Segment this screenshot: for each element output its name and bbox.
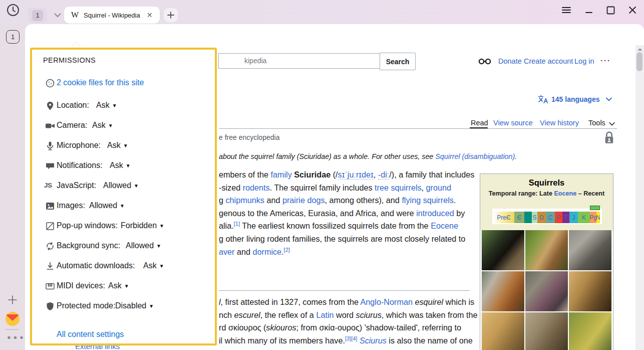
tab-group-chevron-icon[interactable] bbox=[49, 8, 66, 23]
wiki-link[interactable]: Latin bbox=[316, 310, 334, 319]
wiki-link[interactable]: chipmunks bbox=[226, 196, 264, 205]
wiki-link[interactable]: [2] bbox=[284, 246, 290, 252]
scrollbar-up-arrow[interactable] bbox=[637, 48, 642, 51]
browser-tab[interactable]: W Squirrel - Wikipedia ✕ bbox=[64, 7, 160, 24]
wiki-link[interactable]: Anglo-Norman bbox=[361, 297, 413, 306]
new-tab-button[interactable] bbox=[164, 8, 178, 22]
permission-dropdown[interactable]: Allowed▼ bbox=[103, 181, 139, 190]
timeline-segment[interactable]: P bbox=[555, 212, 562, 223]
timeline-segment[interactable]: Pg bbox=[590, 212, 596, 223]
squirrel-photo-marmots[interactable] bbox=[525, 312, 568, 350]
tab-read[interactable]: Read bbox=[471, 119, 488, 127]
squirrel-photo-rock[interactable] bbox=[525, 271, 568, 311]
wiki-link[interactable]: rodents bbox=[243, 183, 270, 192]
permission-dropdown[interactable]: Ask▼ bbox=[96, 101, 117, 110]
squirrel-photo-prairie-dogs[interactable] bbox=[569, 312, 611, 350]
permission-dropdown[interactable]: Ask▼ bbox=[108, 281, 129, 290]
header-more-icon[interactable]: ··· bbox=[600, 56, 611, 65]
wiki-link[interactable]: dormice bbox=[253, 247, 282, 256]
timeline-segment[interactable]: O bbox=[524, 212, 532, 223]
history-clock-icon[interactable] bbox=[7, 4, 20, 17]
wiki-link[interactable]: tree squirrels bbox=[375, 183, 422, 192]
sidebar-divider bbox=[6, 329, 20, 330]
wiki-search-button[interactable]: Search bbox=[380, 53, 416, 70]
sidebar-add-icon[interactable] bbox=[7, 294, 18, 305]
tab-view-history[interactable]: View history bbox=[540, 119, 579, 127]
article-text-line: aver and dormice.[2] bbox=[219, 246, 474, 259]
tabs-rule bbox=[219, 128, 617, 129]
wiki-link[interactable]: [3][4] bbox=[345, 335, 357, 341]
timeline-segment[interactable]: S bbox=[532, 212, 537, 223]
wiki-link[interactable]: family bbox=[270, 170, 291, 179]
wiki-link[interactable]: sɪˈjuːrɪdeɪ bbox=[338, 170, 374, 180]
wiki-link[interactable]: Sciurus bbox=[360, 336, 387, 345]
permission-dropdown[interactable]: Forbidden▼ bbox=[121, 221, 164, 230]
appearance-glasses-icon[interactable] bbox=[478, 58, 491, 65]
permission-row-images: Images: Allowed▼ bbox=[32, 201, 215, 213]
all-content-settings-link[interactable]: All content settings bbox=[57, 330, 124, 339]
timeline-segment[interactable]: D bbox=[537, 212, 546, 223]
timeline-segment[interactable]: N bbox=[596, 212, 600, 223]
permission-dropdown[interactable]: Ask▼ bbox=[107, 141, 128, 150]
permission-dropdown[interactable]: Ask▼ bbox=[92, 121, 113, 130]
close-window-icon[interactable] bbox=[627, 5, 637, 15]
browser-window: 1 W Squirrel - Wikipedia ✕ bbox=[0, 0, 644, 350]
squirrel-photo-gray[interactable] bbox=[569, 230, 611, 270]
yandex-mail-icon[interactable] bbox=[6, 312, 20, 326]
timeline-segment[interactable]: T bbox=[562, 212, 569, 223]
permission-row-microphone: Microphone: Ask▼ bbox=[32, 140, 215, 152]
wiki-link[interactable]: prairie dogs bbox=[282, 196, 325, 205]
wiki-link[interactable]: Eocene bbox=[554, 190, 576, 197]
wiki-link[interactable]: ground bbox=[426, 183, 451, 192]
minimize-icon[interactable] bbox=[584, 5, 594, 15]
squirrel-photo-fox[interactable] bbox=[482, 271, 524, 311]
languages-count-link[interactable]: 145 languages bbox=[551, 95, 600, 103]
tab-group-badge[interactable]: 1 bbox=[28, 8, 47, 23]
scrollbar-thumb[interactable] bbox=[636, 52, 642, 71]
timeline-segment[interactable]: K bbox=[578, 212, 590, 223]
tab-title: Squirrel - Wikipedia bbox=[84, 12, 140, 19]
maximize-icon[interactable] bbox=[605, 5, 615, 15]
tab-view-source[interactable]: View source bbox=[493, 119, 533, 127]
permission-label: Pop-up windows: bbox=[57, 221, 118, 230]
wiki-link[interactable]: Eocene bbox=[431, 221, 458, 230]
permission-dropdown[interactable]: Ask▼ bbox=[110, 161, 131, 170]
permission-dropdown[interactable]: Allowed▼ bbox=[89, 201, 125, 210]
text-segment: , bbox=[422, 183, 426, 192]
permission-dropdown[interactable]: Disabled▼ bbox=[115, 301, 154, 310]
tab-close-icon[interactable]: ✕ bbox=[147, 11, 153, 19]
sidebar-tab-counter[interactable]: 1 bbox=[6, 30, 20, 44]
donate-link[interactable]: Donate bbox=[498, 57, 522, 65]
page-scrollbar[interactable] bbox=[635, 45, 644, 350]
wiki-link[interactable]: flying squirrels bbox=[402, 196, 453, 205]
text-segment: . bbox=[515, 152, 517, 160]
sidebar-more-icon[interactable]: ● ● ● bbox=[7, 333, 24, 341]
wiki-link[interactable]: [1] bbox=[234, 221, 240, 227]
permission-label: MIDI devices: bbox=[57, 281, 105, 290]
tab-tools[interactable]: Tools bbox=[588, 119, 605, 127]
permission-dropdown[interactable]: Allowed▼ bbox=[126, 241, 161, 250]
menu-hamburger-icon[interactable] bbox=[561, 5, 571, 15]
timeline-segment[interactable]: PreЄ bbox=[493, 212, 514, 223]
wiki-link[interactable]: -diː bbox=[378, 170, 390, 180]
article-text-line: embers of the family Sciuridae (/sɪˈjuːr… bbox=[219, 168, 474, 182]
permission-dropdown[interactable]: Ask▼ bbox=[143, 261, 164, 270]
wiki-link[interactable]: introduced bbox=[416, 209, 454, 218]
create-account-link[interactable]: Create account bbox=[524, 57, 573, 65]
permission-label: Microphone: bbox=[57, 141, 101, 150]
squirrel-photo-chipmunk[interactable] bbox=[525, 230, 568, 270]
squirrel-photo-ground[interactable] bbox=[569, 271, 611, 311]
tools-chevron-icon[interactable] bbox=[609, 122, 615, 126]
timeline-segment[interactable]: J bbox=[569, 212, 578, 223]
cookie-files-link[interactable]: 2 cookie files for this site bbox=[57, 78, 144, 87]
timeline-segment[interactable]: Є bbox=[514, 212, 524, 223]
squirrel-photo-xerus-pair[interactable] bbox=[482, 312, 524, 350]
search-placeholder: kipedia bbox=[244, 54, 266, 68]
timeline-segment[interactable]: C bbox=[546, 212, 555, 223]
wiki-link[interactable]: aver bbox=[219, 247, 235, 256]
wiki-search-input[interactable]: kipedia bbox=[218, 53, 407, 69]
wiki-link[interactable]: Squirrel (disambiguation) bbox=[435, 152, 515, 160]
login-link[interactable]: Log in bbox=[574, 57, 594, 65]
squirrel-photo-black-giant[interactable] bbox=[482, 230, 524, 270]
languages-chevron-icon[interactable] bbox=[606, 97, 612, 101]
